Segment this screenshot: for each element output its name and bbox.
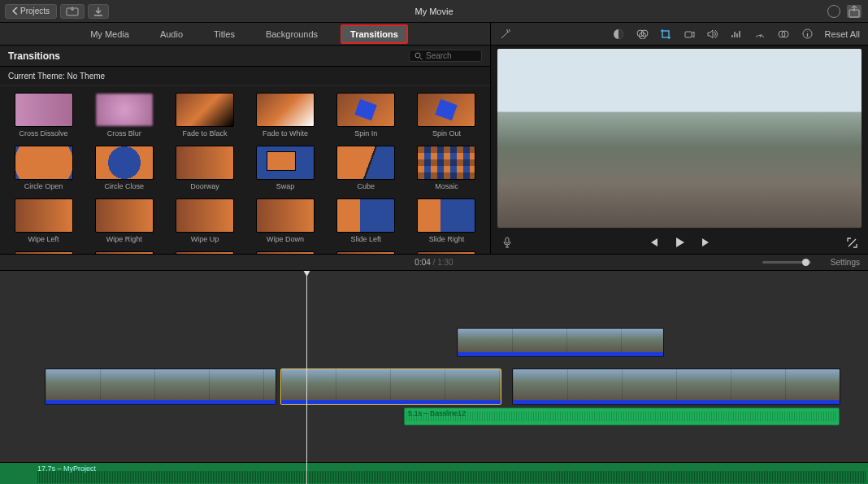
transition-slide-left[interactable]: Slide Left [331,198,401,243]
transition-label: Circle Close [104,182,144,190]
noise-reduction-icon[interactable] [731,28,743,40]
transition-thumbnail [256,198,315,233]
transition-spin-out[interactable]: Spin Out [411,93,482,137]
activity-button[interactable] [827,5,840,18]
clip-filter-icon[interactable] [778,28,790,40]
tab-audio[interactable]: Audio [152,26,191,42]
transition-thumbnail [95,146,154,180]
transition-label: Doorway [190,182,219,190]
stabilization-icon[interactable] [684,28,696,40]
preview-viewer[interactable] [497,49,861,228]
search-input[interactable] [426,51,475,60]
transition-swap[interactable]: Swap [250,146,320,190]
transition-fade-to-black[interactable]: Fade to Black [169,93,240,137]
transition-wipe-up[interactable]: Wipe Up [169,198,240,243]
transition-label: Spin Out [432,129,461,137]
browser-tabs: My MediaAudioTitlesBackgroundsTransition… [0,23,490,46]
playhead[interactable] [306,271,307,484]
transition-doorway[interactable]: Doorway [169,146,240,190]
timeline[interactable]: 5.1s – Bassline12 17.7s – MyProject [0,271,868,484]
reset-all-button[interactable]: Reset All [825,29,860,39]
transition-mosaic[interactable]: Mosaic [411,146,482,190]
transition-label: Slide Left [350,235,381,243]
transition-label: Fade to White [263,129,308,137]
timeline-project-audio[interactable]: 17.7s – MyProject [0,462,868,484]
search-box[interactable] [409,50,482,62]
transition-label: Spin In [354,129,377,137]
enhance-wand-icon[interactable] [499,28,511,40]
timeline-clip-overlay[interactable] [457,328,664,357]
transition-label: Cube [357,182,375,190]
back-to-projects-button[interactable]: Projects [5,4,57,19]
transition-thumbnail [176,198,234,233]
transition-thumbnail [336,146,395,180]
fullscreen-button[interactable] [846,237,858,249]
svg-rect-7 [685,32,692,37]
timeline-clip[interactable] [45,368,276,405]
timeline-zoom-slider[interactable] [762,261,811,264]
color-correction-icon[interactable] [636,28,649,40]
tab-titles[interactable]: Titles [206,26,243,42]
transition-circle-open[interactable]: Circle Open [8,146,79,190]
timeline-clip-selected[interactable] [280,368,501,405]
search-icon [414,52,423,60]
transitions-section-title: Transitions [8,50,60,62]
tab-backgrounds[interactable]: Backgrounds [258,26,326,42]
transition-label: Circle Open [24,182,63,190]
transition-label: Wipe Left [28,235,59,243]
svg-point-2 [415,53,420,58]
transition-wipe-left[interactable]: Wipe Left [8,198,79,243]
transition-thumbnail [176,93,234,127]
timeline-audio-clip[interactable]: 5.1s – Bassline12 [404,408,840,425]
transition-thumbnail [417,198,475,233]
transition-thumbnail [15,93,73,127]
tab-my-media[interactable]: My Media [82,26,137,42]
transition-thumbnail [15,146,73,180]
transition-wipe-down[interactable]: Wipe Down [250,198,320,243]
transition-cube[interactable]: Cube [331,146,401,190]
transition-thumbnail [95,198,154,233]
next-frame-button[interactable] [701,237,713,249]
transition-wipe-right[interactable]: Wipe Right [89,198,159,243]
current-theme-label: Current Theme: No Theme [0,67,490,86]
transition-fade-to-white[interactable]: Fade to White [250,93,320,137]
share-button[interactable] [847,5,861,18]
transition-label: Wipe Up [191,235,219,243]
timeline-settings-button[interactable]: Settings [831,258,860,267]
timeline-clip[interactable] [512,368,840,405]
volume-icon[interactable] [707,28,719,40]
transition-label: Swap [276,182,295,190]
transition-circle-close[interactable]: Circle Close [89,146,159,190]
import-media-button[interactable] [60,4,85,19]
transition-thumbnail [95,93,154,127]
transition-thumbnail [417,146,475,180]
playhead-time: 0:04 / 1:30 [414,258,453,267]
transition-label: Fade to Black [182,129,227,137]
play-button[interactable] [674,237,686,249]
transition-slide-right[interactable]: Slide Right [411,198,482,243]
prev-frame-button[interactable] [647,237,659,249]
svg-rect-11 [506,238,509,243]
transition-cross-blur[interactable]: Cross Blur [89,93,159,137]
transition-thumbnail [256,146,315,180]
tab-transitions[interactable]: Transitions [341,24,408,44]
transition-label: Wipe Down [267,235,304,243]
transition-label: Cross Blur [107,129,141,137]
transition-spin-in[interactable]: Spin In [331,93,401,137]
crop-icon[interactable] [660,28,672,40]
transition-thumbnail [15,198,73,233]
transition-thumbnail [256,93,315,127]
projects-label: Projects [20,7,50,15]
transition-label: Slide Right [429,235,465,243]
transition-cross-dissolve[interactable]: Cross Dissolve [8,93,79,137]
transition-thumbnail [336,93,395,127]
color-balance-icon[interactable] [613,28,625,40]
voiceover-mic-icon[interactable] [501,237,513,249]
info-icon[interactable] [801,28,814,40]
transition-thumbnail [417,93,475,127]
transition-thumbnail [336,198,395,233]
speed-icon[interactable] [754,28,766,40]
project-title: My Movie [414,7,453,16]
import-download-button[interactable] [88,4,109,19]
transition-label: Wipe Right [106,235,142,243]
